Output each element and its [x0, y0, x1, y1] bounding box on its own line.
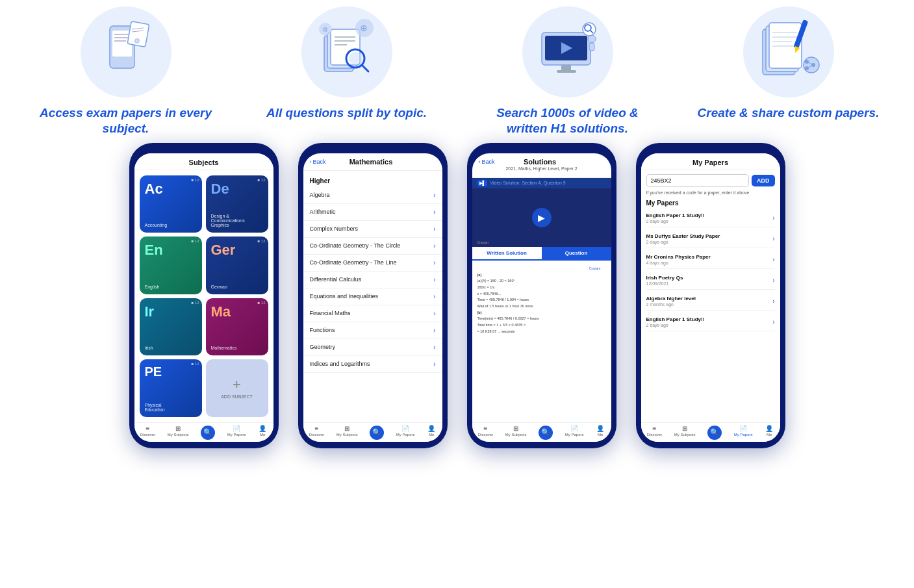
code-input-field[interactable]: 245BX2 [646, 174, 750, 187]
nav-discover-3[interactable]: ≡ Discover [478, 426, 493, 440]
subject-card-ma[interactable]: ■ 12 Ma Mathematics [206, 298, 268, 356]
nav-papers-4[interactable]: 📄 My Papers [734, 426, 753, 440]
topic-diff-calc[interactable]: Differential Calculus › [303, 272, 442, 288]
paper-item-2[interactable]: Mr Cronins Physics Paper 4 days ago › [646, 251, 775, 269]
nav-papers-3[interactable]: 📄 My Papers [565, 426, 584, 440]
nav-subjects-3[interactable]: ⊞ My Subjects [505, 426, 527, 440]
nav-discover-2[interactable]: ≡ Discover [309, 426, 324, 440]
solutions-tabs: Written Solution Question [472, 247, 611, 261]
topic-functions[interactable]: Functions › [303, 322, 442, 339]
topic-algebra[interactable]: Algebra › [303, 187, 442, 204]
add-subject-label: ADD SUBJECT [221, 394, 253, 399]
paper-item-4[interactable]: Algebra higher level 2 months ago › [646, 292, 775, 311]
phone-1-title: Subjects [189, 159, 219, 166]
badge-de: ■ 12 [258, 178, 266, 182]
phone-1-screen: Subjects ■ 12 Ac Accounting ■ 12 [134, 153, 273, 442]
written-solution-tab[interactable]: Written Solution [472, 247, 542, 261]
nav-discover-4[interactable]: ≡ Discover [647, 426, 662, 440]
my-papers-content: 245BX2 ADD If you've received a code for… [641, 170, 780, 422]
topic-financial[interactable]: Financial Maths › [303, 305, 442, 322]
nav-subjects-4[interactable]: ⊞ My Subjects [674, 426, 696, 440]
topic-diff-calc-label: Differential Calculus [310, 276, 362, 283]
chevron-arithmetic: › [433, 209, 435, 216]
phone-2-header: ‹ Back Mathematics [303, 153, 442, 171]
subject-card-ac[interactable]: ■ 12 Ac Accounting [140, 175, 202, 233]
discover-label-3: Discover [478, 433, 493, 437]
subject-card-de[interactable]: ■ 12 De Design &CommunicationsGraphics [206, 175, 268, 233]
nav-subjects-1[interactable]: ⊞ My Subjects [168, 426, 189, 440]
discover-icon-2: ≡ [312, 426, 322, 432]
subject-card-ir[interactable]: ■ 12 Ir Irish [140, 298, 202, 356]
back-btn-2[interactable]: ‹ Back [310, 159, 326, 165]
name-ma: Mathematics [211, 346, 263, 350]
create-papers-icon [753, 16, 824, 88]
phone-3-notch [522, 143, 561, 149]
paper-title-3: Irish Poetry Qs [646, 275, 683, 281]
papers-icon-2: 📄 [401, 426, 410, 432]
subjects-grid: ■ 12 Ac Accounting ■ 12 De Design &Commu… [134, 170, 273, 422]
chevron-diff-calc: › [433, 276, 435, 283]
topic-equations[interactable]: Equations and Inequalities › [303, 288, 442, 305]
phone-2-bottom-nav: ≡ Discover ⊞ My Subjects 🔍 📄 My Pape [303, 422, 442, 442]
phone-papers-icon: ✎ [90, 16, 162, 88]
phone-3-header: ‹ Back Solutions 2021, Maths, Higher Lev… [472, 153, 611, 178]
topic-complex[interactable]: Complex Numbers › [303, 221, 442, 238]
written-solution-content: Crazam (a) (a)(A) = 180 - 20 = 160° 180/… [472, 261, 611, 422]
subjects-icon-4: ⊞ [680, 426, 689, 432]
subject-card-en[interactable]: ■ 12 En English [140, 236, 202, 294]
ws-line-1: (a)(A) = 180 - 20 = 160° [477, 279, 606, 284]
video-watermark: Crazam [477, 240, 489, 244]
play-button[interactable]: ▶ [532, 208, 552, 227]
topic-geometry[interactable]: Geometry › [303, 339, 442, 356]
nav-search-1[interactable]: 🔍 [201, 426, 215, 440]
nav-papers-2[interactable]: 📄 My Papers [396, 426, 415, 440]
nav-me-1[interactable]: 👤 Me [258, 426, 267, 440]
paper-item-1[interactable]: Ms Duffys Easter Study Paper 2 days ago … [646, 230, 775, 248]
back-btn-3[interactable]: ‹ Back [479, 159, 495, 165]
feature-4-title: Create & share custom papers. [698, 105, 880, 121]
nav-discover-1[interactable]: ≡ Discover [140, 426, 155, 440]
phone-4-wrapper: My Papers 245BX2 ADD If you've received … [636, 143, 785, 448]
question-tab[interactable]: Question [542, 247, 611, 261]
add-subject-card[interactable]: + ADD SUBJECT [206, 359, 268, 417]
my-papers-section-label: My Papers [646, 199, 775, 207]
topic-functions-label: Functions [310, 327, 335, 333]
paper-item-0[interactable]: English Paper 1 Study!! 2 days ago › [646, 209, 775, 227]
badge-pe: ■ 12 [192, 362, 199, 366]
nav-search-4[interactable]: 🔍 [707, 426, 722, 440]
topic-indices[interactable]: Indices and Logarithms › [303, 356, 442, 373]
nav-search-2[interactable]: 🔍 [370, 426, 384, 440]
badge-ac: ■ 12 [192, 178, 199, 182]
video-thumbnail[interactable]: ▶ Crazam [472, 188, 611, 247]
add-code-button[interactable]: ADD [752, 175, 775, 186]
video-play-icon: ▶▌ [477, 180, 488, 186]
topic-coord-circle[interactable]: Co-Ordinate Geometry - The Circle › [303, 238, 442, 255]
paper-item-3[interactable]: Irish Poetry Qs 12/09/2021 › [646, 272, 775, 290]
nav-search-3[interactable]: 🔍 [539, 426, 553, 440]
feature-3: Search 1000s of video & written H1 solut… [477, 6, 659, 136]
topic-coord-circle-label: Co-Ordinate Geometry - The Circle [310, 242, 401, 249]
chevron-equations: › [433, 293, 435, 300]
discover-icon-1: ≡ [144, 426, 153, 432]
phone-2-notch [353, 143, 392, 149]
topic-arithmetic[interactable]: Arithmetic › [303, 204, 442, 221]
nav-papers-1[interactable]: 📄 My Papers [227, 426, 246, 440]
feature-2-icon-circle: ⊕ ⚙ [301, 6, 392, 97]
chevron-coord-line: › [433, 259, 435, 266]
search-icon-2: 🔍 [370, 426, 384, 440]
nav-me-3[interactable]: 👤 Me [596, 426, 605, 440]
topic-coord-line-label: Co-Ordinate Geometry - The Line [310, 259, 397, 266]
subject-card-ger[interactable]: ■ 12 Ger German [206, 236, 268, 294]
nav-subjects-2[interactable]: ⊞ My Subjects [336, 426, 358, 440]
subject-card-pe[interactable]: ■ 12 PE PhysicalEducation [140, 359, 202, 417]
phone-2: ‹ Back Mathematics Higher Algebra › Arit… [298, 143, 448, 448]
nav-me-2[interactable]: 👤 Me [427, 426, 436, 440]
ws-part-b: (b) [477, 311, 606, 316]
nav-me-4[interactable]: 👤 Me [765, 426, 774, 440]
paper-item-5[interactable]: English Paper 1 Study!! 2 days ago › [646, 313, 775, 331]
papers-label-2: My Papers [396, 433, 415, 437]
topic-coord-line[interactable]: Co-Ordinate Geometry - The Line › [303, 255, 442, 272]
abbr-en: En [145, 242, 163, 259]
discover-icon-3: ≡ [481, 426, 490, 432]
ws-line-4: Time = 405.7846 / 1,004 = hours [477, 298, 606, 303]
